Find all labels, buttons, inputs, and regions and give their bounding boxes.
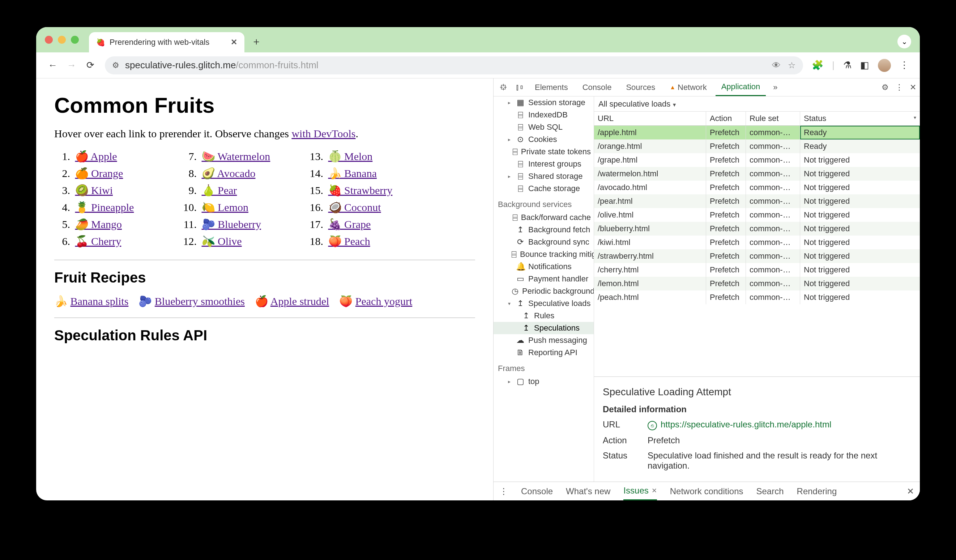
fruit-link[interactable]: 🥥 Coconut xyxy=(328,201,381,213)
profile-avatar[interactable] xyxy=(878,59,891,72)
sidebar-item[interactable]: ⌸Cache storage xyxy=(494,182,594,195)
col-action[interactable]: Action xyxy=(706,111,746,125)
drawer-tab[interactable]: Search xyxy=(756,486,784,496)
close-window-button[interactable] xyxy=(45,36,53,44)
minimize-window-button[interactable] xyxy=(58,36,66,44)
devtools-link[interactable]: with DevTools xyxy=(291,127,355,140)
address-bar[interactable]: ⚙︎ speculative-rules.glitch.me/common-fr… xyxy=(105,56,803,74)
sidebar-item[interactable]: ⌸Bounce tracking mitigations xyxy=(494,248,594,260)
fruit-link[interactable]: 🍇 Grape xyxy=(328,218,371,230)
fruit-link[interactable]: 🍐 Pear xyxy=(202,184,237,196)
sidebar-item[interactable]: ⟳Background sync xyxy=(494,236,594,248)
fruit-link[interactable]: 🍍 Pineapple xyxy=(75,201,134,213)
sidebar-item[interactable]: ▭Payment handler xyxy=(494,273,594,285)
drawer-tab[interactable]: Rendering xyxy=(797,486,837,496)
maximize-window-button[interactable] xyxy=(71,36,79,44)
fruit-link[interactable]: 🍓 Strawberry xyxy=(328,184,393,196)
fruit-link[interactable]: 🍑 Peach xyxy=(328,235,370,247)
fruit-link[interactable]: 🍈 Melon xyxy=(328,150,373,162)
table-row[interactable]: /pear.htmlPrefetchcommon-…Not triggered xyxy=(594,195,920,208)
more-tabs-icon[interactable]: » xyxy=(769,83,782,92)
table-row[interactable]: /apple.htmlPrefetchcommon-…Ready xyxy=(594,126,920,140)
sidebar-item[interactable]: ↥Speculations xyxy=(494,322,594,334)
new-tab-button[interactable]: ＋ xyxy=(250,35,263,49)
table-row[interactable]: /grape.htmlPrefetchcommon-…Not triggered xyxy=(594,153,920,167)
sidebar-item[interactable]: ▾↥Speculative loads xyxy=(494,297,594,310)
sidebar-item[interactable]: ⌸Interest groups xyxy=(494,158,594,170)
table-row[interactable]: /cherry.htmlPrefetchcommon-…Not triggere… xyxy=(594,263,920,277)
fruit-link[interactable]: 🍎 Apple xyxy=(75,150,117,162)
sidebar-item[interactable]: ⌸Back/forward cache xyxy=(494,211,594,224)
extensions-icon[interactable]: 🧩 xyxy=(812,60,823,71)
device-toolbar-icon[interactable]: ⫿▯ xyxy=(513,83,526,92)
fruit-link[interactable]: 🥭 Mango xyxy=(75,218,122,230)
devtools-menu-icon[interactable]: ⋮ xyxy=(895,83,903,92)
tab-network[interactable]: Network xyxy=(664,78,713,96)
forward-button[interactable]: → xyxy=(64,58,80,73)
sidebar-item[interactable]: ▸▢top xyxy=(494,375,594,387)
drawer-tab[interactable]: Issues ✕ xyxy=(623,482,657,500)
col-status[interactable]: Status xyxy=(800,111,920,125)
table-row[interactable]: /strawberry.htmlPrefetchcommon-…Not trig… xyxy=(594,249,920,263)
tab-elements[interactable]: Elements xyxy=(529,78,574,96)
close-drawer-tab-icon[interactable]: ✕ xyxy=(651,487,657,495)
detail-url-value[interactable]: ⎋https://speculative-rules.glitch.me/app… xyxy=(648,419,911,430)
inspect-element-icon[interactable]: ⯐ xyxy=(497,83,510,92)
sidebar-item[interactable]: ◷Periodic background sync xyxy=(494,285,594,297)
col-rule[interactable]: Rule set xyxy=(746,111,800,125)
sidebar-item[interactable]: ⌸Web SQL xyxy=(494,121,594,133)
recipe-link[interactable]: Apple strudel xyxy=(270,295,329,307)
sidebar-item[interactable]: 🔔Notifications xyxy=(494,260,594,273)
close-tab-button[interactable]: ✕ xyxy=(231,38,237,47)
sidebar-item[interactable]: ⌸Private state tokens xyxy=(494,146,594,158)
devtools-settings-icon[interactable]: ⚙ xyxy=(882,83,889,92)
fruit-link[interactable]: 🍋 Lemon xyxy=(202,201,248,213)
sidebar-item[interactable]: ↥Rules xyxy=(494,310,594,322)
fruit-link[interactable]: 🍌 Banana xyxy=(328,167,377,179)
fruit-link[interactable]: 🍒 Cherry xyxy=(75,235,121,247)
sidepanel-icon[interactable]: ◧ xyxy=(860,60,869,71)
recipe-link[interactable]: Blueberry smoothies xyxy=(155,295,245,307)
browser-tab[interactable]: 🍓 Prerendering with web-vitals ✕ xyxy=(89,32,244,52)
fruit-link[interactable]: 🫒 Olive xyxy=(202,235,242,247)
drawer-menu-icon[interactable]: ⋮ xyxy=(499,486,508,496)
table-row[interactable]: /blueberry.htmlPrefetchcommon-…Not trigg… xyxy=(594,222,920,235)
filter-dropdown[interactable]: All speculative loads xyxy=(598,99,677,109)
sidebar-item[interactable]: ▸⌸Shared storage xyxy=(494,170,594,182)
table-row[interactable]: /kiwi.htmlPrefetchcommon-…Not triggered xyxy=(594,235,920,249)
tab-console[interactable]: Console xyxy=(577,78,618,96)
tab-application[interactable]: Application xyxy=(715,78,766,96)
recipe-link[interactable]: Banana splits xyxy=(71,295,129,307)
tab-search-button[interactable]: ⌄ xyxy=(898,35,911,49)
sidebar-item[interactable]: ▸⊙Cookies xyxy=(494,133,594,146)
sidebar-item[interactable]: ↥Background fetch xyxy=(494,224,594,236)
table-row[interactable]: /orange.htmlPrefetchcommon-…Ready xyxy=(594,140,920,153)
chrome-menu-button[interactable]: ⋮ xyxy=(899,60,909,71)
fruit-link[interactable]: 🍊 Orange xyxy=(75,167,123,179)
table-row[interactable]: /lemon.htmlPrefetchcommon-…Not triggered xyxy=(594,277,920,290)
drawer-tab[interactable]: Network conditions xyxy=(670,486,744,496)
fruit-link[interactable]: 🥑 Avocado xyxy=(202,167,256,179)
drawer-tab[interactable]: Console xyxy=(521,486,553,496)
tab-sources[interactable]: Sources xyxy=(620,78,661,96)
table-row[interactable]: /watermelon.htmlPrefetchcommon-…Not trig… xyxy=(594,167,920,180)
back-button[interactable]: ← xyxy=(45,58,61,73)
speculation-filter[interactable]: All speculative loads xyxy=(594,96,920,111)
recipe-link[interactable]: Peach yogurt xyxy=(355,295,412,307)
table-row[interactable]: /peach.htmlPrefetchcommon-…Not triggered xyxy=(594,290,920,304)
col-url[interactable]: URL xyxy=(594,111,706,125)
hide-password-icon[interactable]: 👁︎ xyxy=(772,60,781,71)
fruit-link[interactable]: 🫐 Blueberry xyxy=(202,218,261,230)
bookmark-icon[interactable]: ☆ xyxy=(788,60,796,71)
sidebar-item[interactable]: 🗎Reporting API xyxy=(494,347,594,359)
site-settings-icon[interactable]: ⚙︎ xyxy=(112,61,120,70)
fruit-link[interactable]: 🥝 Kiwi xyxy=(75,184,113,196)
devtools-close-icon[interactable]: ✕ xyxy=(910,83,916,92)
sidebar-item[interactable]: ☁Push messaging xyxy=(494,334,594,347)
sidebar-item[interactable]: ▸▦Session storage xyxy=(494,96,594,109)
table-row[interactable]: /olive.htmlPrefetchcommon-…Not triggered xyxy=(594,208,920,222)
drawer-tab[interactable]: What's new xyxy=(566,486,610,496)
fruit-link[interactable]: 🍉 Watermelon xyxy=(202,150,270,162)
sidebar-item[interactable]: ⌸IndexedDB xyxy=(494,109,594,121)
drawer-close-icon[interactable]: ✕ xyxy=(907,486,914,496)
